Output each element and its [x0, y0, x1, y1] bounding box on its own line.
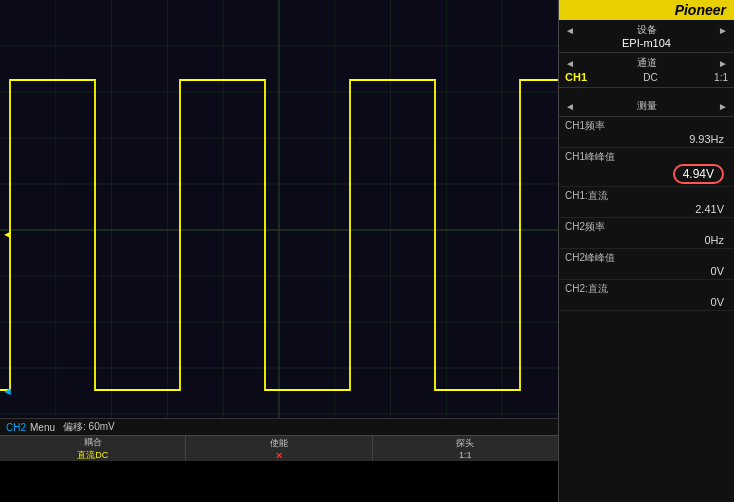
ch2-dc-value: 0V — [565, 296, 728, 308]
device-arrow-left: ◄ — [565, 25, 575, 36]
ch1-dc-label: CH1:直流 — [565, 189, 728, 203]
ch2-status-label: CH2 — [6, 422, 26, 433]
channel-arrow-left: ◄ — [565, 58, 575, 69]
ch2-dc-label: CH2:直流 — [565, 282, 728, 296]
probe-button[interactable]: 探头 1:1 — [373, 436, 558, 461]
status-row: CH2 Menu 偏移: 60mV — [0, 419, 558, 435]
ch2-freq-section: CH2频率 0Hz — [559, 218, 734, 249]
scope-display: ◄ ◄ CH2 Menu 偏移: 60mV 耦合 直流DC 使能 — [0, 0, 558, 460]
timebase-status-label: 偏移: 60mV — [63, 420, 115, 434]
x-icon: ✕ — [275, 450, 283, 461]
ch2-peakpeak-label: CH2峰峰值 — [565, 251, 728, 265]
oscilloscope-left-panel: ◄ ◄ CH2 Menu 偏移: 60mV 耦合 直流DC 使能 — [0, 0, 558, 502]
ch1-coupling: DC — [643, 72, 657, 83]
ch1-info-row: CH1 DC 1:1 — [565, 70, 728, 84]
measure-arrow-left: ◄ — [565, 101, 575, 112]
measure-header-row: ◄ 测量 ► — [565, 99, 728, 113]
measure-arrow-right: ► — [718, 101, 728, 112]
right-panel: Pioneer ◄ 设备 ► EPI-m104 ◄ 通道 ► CH1 DC 1:… — [558, 0, 734, 502]
measure-header-label: 测量 — [637, 99, 657, 113]
ch1-freq-label: CH1频率 — [565, 119, 728, 133]
coupling-button[interactable]: 耦合 直流DC — [0, 436, 186, 461]
channel-section: ◄ 通道 ► CH1 DC 1:1 — [559, 53, 734, 88]
ch1-peakpeak-label: CH1峰峰值 — [565, 150, 728, 164]
ch1-dc-section: CH1:直流 2.41V — [559, 187, 734, 218]
ch1-label: CH1 — [565, 71, 587, 83]
ch1-freq-value: 9.93Hz — [565, 133, 728, 145]
ch2-peakpeak-value: 0V — [565, 265, 728, 277]
ch2-freq-value: 0Hz — [565, 234, 728, 246]
ch1-peakpeak-section: CH1峰峰值 4.94V — [559, 148, 734, 187]
enable-button[interactable]: 使能 ✕ — [186, 436, 372, 461]
device-header-row: ◄ 设备 ► — [565, 23, 728, 37]
device-name: EPI-m104 — [565, 37, 728, 49]
svg-text:◄: ◄ — [2, 228, 13, 240]
ch2-freq-label: CH2频率 — [565, 220, 728, 234]
channel-header-row: ◄ 通道 ► — [565, 56, 728, 70]
ch1-dc-value: 2.41V — [565, 203, 728, 215]
ch1-freq-section: CH1频率 9.93Hz — [559, 117, 734, 148]
ch1-peakpeak-value: 4.94V — [673, 164, 724, 184]
bottom-buttons-row: 耦合 直流DC 使能 ✕ 探头 1:1 — [0, 435, 558, 461]
ch2-peakpeak-section: CH2峰峰值 0V — [559, 249, 734, 280]
grid: ◄ ◄ — [0, 0, 558, 460]
device-header-label: 设备 — [637, 23, 657, 37]
device-arrow-right: ► — [718, 25, 728, 36]
ch1-ratio: 1:1 — [714, 72, 728, 83]
svg-text:◄: ◄ — [2, 385, 13, 397]
ch2-dc-section: CH2:直流 0V — [559, 280, 734, 311]
channel-header-label: 通道 — [637, 56, 657, 70]
menu-status-label: Menu — [30, 422, 55, 433]
ch1-peakpeak-value-container: 4.94V — [565, 164, 728, 184]
pioneer-logo: Pioneer — [559, 0, 734, 20]
bottom-status-bar: CH2 Menu 偏移: 60mV 耦合 直流DC 使能 ✕ 探头 1 — [0, 418, 558, 460]
spacer1 — [559, 88, 734, 96]
device-section: ◄ 设备 ► EPI-m104 — [559, 20, 734, 53]
channel-arrow-right: ► — [718, 58, 728, 69]
measure-section-header: ◄ 测量 ► — [559, 96, 734, 117]
